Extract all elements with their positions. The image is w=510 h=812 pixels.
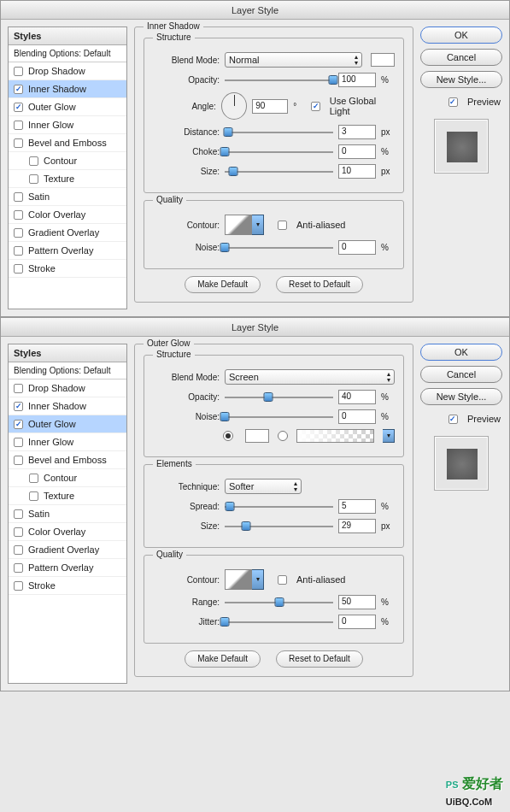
cancel-button[interactable]: Cancel	[420, 49, 502, 66]
style-item-inner-glow[interactable]: Inner Glow	[9, 433, 126, 451]
style-checkbox[interactable]	[14, 264, 23, 274]
jitter-input[interactable]: 0	[338, 615, 376, 629]
slider[interactable]	[225, 127, 333, 138]
style-item-inner-shadow[interactable]: Inner Shadow	[9, 397, 126, 415]
color-swatch[interactable]	[371, 53, 395, 67]
slider[interactable]	[225, 146, 333, 158]
style-checkbox[interactable]	[14, 456, 23, 465]
style-item-inner-glow[interactable]: Inner Glow	[9, 116, 126, 134]
style-checkbox[interactable]	[14, 438, 23, 447]
reset-default-button[interactable]: Reset to Default	[276, 650, 363, 668]
style-checkbox[interactable]	[14, 192, 23, 202]
style-item-outer-glow[interactable]: Outer Glow	[9, 98, 126, 116]
global-light-checkbox[interactable]	[311, 102, 319, 111]
blend-mode-select[interactable]: Screen▴▾	[225, 369, 395, 385]
glow-color-swatch[interactable]	[245, 429, 269, 443]
style-item-gradient-overlay[interactable]: Gradient Overlay	[9, 224, 126, 242]
style-item-bevel-and-emboss[interactable]: Bevel and Emboss	[9, 451, 126, 469]
preview-checkbox[interactable]	[448, 415, 458, 424]
technique-select[interactable]: Softer▴▾	[225, 479, 302, 494]
noise-input[interactable]: 0	[338, 409, 376, 424]
size-input[interactable]: 29	[338, 519, 376, 533]
angle-input[interactable]: 90	[252, 99, 288, 114]
style-checkbox[interactable]	[14, 210, 23, 220]
reset-default-button[interactable]: Reset to Default	[276, 276, 363, 293]
spread-input[interactable]: 5	[338, 499, 376, 514]
style-checkbox[interactable]	[29, 174, 38, 184]
style-item-contour[interactable]: Contour	[9, 469, 126, 487]
color-radio[interactable]	[223, 431, 233, 441]
slider[interactable]	[225, 616, 333, 628]
style-item-color-overlay[interactable]: Color Overlay	[9, 523, 126, 541]
style-checkbox[interactable]	[14, 85, 23, 94]
style-checkbox[interactable]	[29, 474, 38, 483]
ok-button[interactable]: OK	[420, 344, 502, 361]
contour-dropdown[interactable]: ▾	[252, 215, 264, 235]
new-style-button[interactable]: New Style...	[420, 388, 502, 405]
size-input[interactable]: 10	[338, 164, 376, 179]
range-input[interactable]: 50	[338, 595, 376, 609]
blend-mode-select[interactable]: Normal▴▾	[225, 52, 362, 68]
opacity-input[interactable]: 100	[338, 73, 376, 87]
style-item-pattern-overlay[interactable]: Pattern Overlay	[9, 559, 126, 577]
slider[interactable]	[225, 501, 333, 513]
style-checkbox[interactable]	[14, 420, 23, 429]
style-checkbox[interactable]	[14, 527, 23, 537]
style-checkbox[interactable]	[29, 491, 38, 501]
contour-swatch[interactable]	[225, 569, 252, 590]
ok-button[interactable]: OK	[420, 26, 502, 44]
preview-checkbox[interactable]	[448, 97, 458, 107]
style-checkbox[interactable]	[14, 581, 23, 591]
style-checkbox[interactable]	[29, 156, 38, 166]
opacity-input[interactable]: 40	[338, 390, 376, 404]
anti-aliased-checkbox[interactable]	[278, 221, 287, 230]
contour-dropdown[interactable]: ▾	[252, 569, 264, 590]
noise-input[interactable]: 0	[338, 240, 376, 255]
anti-aliased-checkbox[interactable]	[278, 575, 287, 585]
make-default-button[interactable]: Make Default	[185, 650, 261, 668]
blending-options-item[interactable]: Blending Options: Default	[9, 45, 126, 62]
style-item-drop-shadow[interactable]: Drop Shadow	[9, 380, 126, 397]
style-item-contour[interactable]: Contour	[9, 152, 126, 170]
style-item-color-overlay[interactable]: Color Overlay	[9, 206, 126, 224]
style-checkbox[interactable]	[14, 228, 23, 238]
distance-input[interactable]: 3	[338, 125, 376, 139]
style-item-satin[interactable]: Satin	[9, 188, 126, 206]
style-item-texture[interactable]: Texture	[9, 170, 126, 188]
style-checkbox[interactable]	[14, 563, 23, 573]
slider[interactable]	[225, 391, 333, 403]
style-item-gradient-overlay[interactable]: Gradient Overlay	[9, 541, 126, 559]
style-checkbox[interactable]	[14, 545, 23, 555]
gradient-dropdown[interactable]: ▾	[383, 429, 395, 443]
gradient-radio[interactable]	[278, 431, 288, 441]
style-checkbox[interactable]	[14, 121, 23, 130]
angle-dial[interactable]	[221, 92, 247, 120]
slider[interactable]	[225, 411, 333, 423]
gradient-swatch[interactable]	[296, 429, 374, 443]
style-checkbox[interactable]	[14, 402, 23, 411]
style-item-stroke[interactable]: Stroke	[9, 260, 126, 278]
new-style-button[interactable]: New Style...	[420, 71, 502, 88]
style-checkbox[interactable]	[14, 246, 23, 256]
style-checkbox[interactable]	[14, 509, 23, 519]
style-item-stroke[interactable]: Stroke	[9, 577, 126, 595]
style-item-pattern-overlay[interactable]: Pattern Overlay	[9, 242, 126, 260]
style-checkbox[interactable]	[14, 103, 23, 112]
style-item-drop-shadow[interactable]: Drop Shadow	[9, 62, 126, 80]
choke-input[interactable]: 0	[338, 144, 376, 159]
style-item-bevel-and-emboss[interactable]: Bevel and Emboss	[9, 134, 126, 152]
slider[interactable]	[225, 74, 333, 86]
make-default-button[interactable]: Make Default	[185, 276, 261, 293]
style-item-outer-glow[interactable]: Outer Glow	[9, 415, 126, 433]
slider[interactable]	[225, 597, 333, 609]
slider[interactable]	[225, 166, 333, 178]
blending-options-item[interactable]: Blending Options: Default	[9, 362, 126, 380]
cancel-button[interactable]: Cancel	[420, 366, 502, 383]
style-checkbox[interactable]	[14, 67, 23, 76]
contour-swatch[interactable]	[225, 215, 252, 235]
style-checkbox[interactable]	[14, 384, 23, 393]
style-item-satin[interactable]: Satin	[9, 505, 126, 523]
style-item-inner-shadow[interactable]: Inner Shadow	[9, 80, 126, 98]
style-checkbox[interactable]	[14, 138, 23, 148]
slider[interactable]	[225, 521, 333, 533]
